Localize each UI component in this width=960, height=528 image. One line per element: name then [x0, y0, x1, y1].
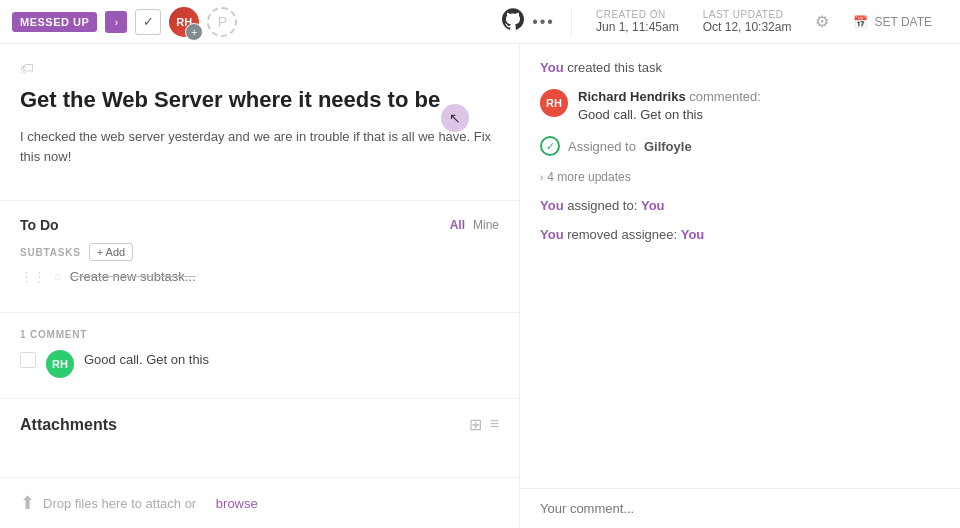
task-title: Get the Web Server where it needs to be [20, 86, 499, 115]
updated-value: Oct 12, 10:32am [703, 20, 792, 34]
settings-icon[interactable]: ⚙ [815, 12, 829, 31]
comment-checkbox[interactable] [20, 352, 36, 368]
drop-zone: ⬆ Drop files here to attach or browse [0, 477, 519, 528]
toolbar: MESSED UP › ✓ RH + P ••• CREATED ON Jun … [0, 0, 960, 44]
comment-avatar: RH [46, 350, 74, 378]
subtasks-label: SUBTASKS [20, 247, 81, 258]
meta-divider [571, 7, 572, 37]
task-header-area: 🏷 Get the Web Server where it needs to b… [0, 44, 519, 192]
left-panel: 🏷 Get the Web Server where it needs to b… [0, 44, 520, 528]
complete-button[interactable]: ✓ [135, 9, 161, 35]
right-comment-action-text: commented: [689, 89, 761, 104]
attachments-title: Attachments [20, 416, 117, 434]
right-comment-body: Richard Hendriks commented: Good call. G… [578, 89, 940, 122]
chevron-icon: › [540, 172, 543, 183]
right-panel: You created this task RH Richard Hendrik… [520, 44, 960, 528]
grid-view-icon[interactable]: ⊞ [469, 415, 482, 434]
subtask-drag-icon: ⋮⋮ [20, 269, 46, 284]
todo-title: To Do [20, 217, 59, 233]
assigned-person-name: Gilfoyle [644, 139, 692, 154]
comment-input-bar [520, 488, 960, 528]
right-comment-name: Richard Hendriks [578, 89, 686, 104]
assigned-row: ✓ Assigned to Gilfoyle [540, 136, 940, 156]
you-created-label: You [540, 60, 564, 75]
todo-section: To Do All Mine SUBTASKS + Add ⋮⋮ ○ [0, 209, 519, 304]
drop-text: Drop files here to attach or [43, 496, 196, 511]
status-chevron-button[interactable]: › [105, 11, 127, 33]
set-date-label: SET DATE [874, 15, 932, 29]
meta-section: CREATED ON Jun 1, 11:45am LAST UPDATED O… [580, 9, 948, 34]
subtask-input[interactable] [70, 269, 499, 284]
created-value: Jun 1, 11:45am [596, 20, 679, 34]
right-comment-avatar: RH [540, 89, 568, 117]
more-options-button[interactable]: ••• [532, 13, 555, 31]
created-label: CREATED ON [596, 9, 679, 20]
more-updates[interactable]: › 4 more updates [540, 170, 940, 184]
status-badge[interactable]: MESSED UP [12, 12, 97, 32]
comment-text: Good call. Get on this [84, 350, 209, 367]
assigned-you-entry: You assigned to: You [540, 198, 940, 213]
section-divider-2 [0, 312, 519, 313]
created-text: created this task [567, 60, 662, 75]
filter-buttons: All Mine [450, 218, 499, 232]
removed-assignee-entry: You removed assignee: You [540, 227, 940, 242]
comment-input[interactable] [540, 501, 940, 516]
attachments-section: Attachments ⊞ ≡ [0, 407, 519, 454]
you-assigned-label: You [540, 198, 564, 213]
assigned-to-text: Assigned to [568, 139, 636, 154]
filter-mine-button[interactable]: Mine [473, 218, 499, 232]
removed-assignee-name: You [681, 227, 705, 242]
tag-icon: 🏷 [20, 60, 34, 76]
cursor-arrow: ↖ [449, 110, 461, 126]
add-subtask-button[interactable]: + Add [89, 243, 133, 261]
task-description: I checked the web server yesterday and w… [20, 127, 499, 169]
more-updates-text: 4 more updates [547, 170, 630, 184]
activity-created: You created this task [540, 60, 940, 75]
right-comment-header: Richard Hendriks commented: [578, 89, 940, 104]
subtask-circle-icon: ○ [54, 269, 62, 284]
github-icon[interactable] [502, 8, 524, 35]
view-icons: ⊞ ≡ [469, 415, 499, 434]
created-on-meta: CREATED ON Jun 1, 11:45am [596, 9, 679, 34]
todo-header: To Do All Mine [20, 217, 499, 233]
right-comment-text: Good call. Get on this [578, 107, 940, 122]
removed-assignee-text: removed assignee: [567, 227, 680, 242]
you-removed-label: You [540, 227, 564, 242]
placeholder-avatar[interactable]: P [207, 7, 237, 37]
add-avatar-button[interactable]: + [185, 23, 203, 41]
comment-item: RH Good call. Get on this [20, 350, 499, 378]
avatar-group: RH + [169, 7, 199, 37]
section-divider [0, 200, 519, 201]
section-divider-3 [0, 398, 519, 399]
comment-count-label: 1 COMMENT [20, 329, 499, 340]
attachments-header: Attachments ⊞ ≡ [20, 415, 499, 434]
subtask-input-row: ⋮⋮ ○ [20, 269, 499, 284]
assigned-you-text: assigned to: [567, 198, 641, 213]
assigned-you-name: You [641, 198, 665, 213]
filter-all-button[interactable]: All [450, 218, 465, 232]
updated-label: LAST UPDATED [703, 9, 792, 20]
upload-icon: ⬆ [20, 492, 35, 514]
cursor-indicator: ↖ [441, 104, 469, 132]
last-updated-meta: LAST UPDATED Oct 12, 10:32am [703, 9, 792, 34]
comment-section: 1 COMMENT RH Good call. Get on this [0, 321, 519, 390]
task-tag-row: 🏷 [20, 60, 499, 76]
set-date-button[interactable]: 📅 SET DATE [853, 15, 932, 29]
browse-link[interactable]: browse [216, 496, 258, 511]
list-view-icon[interactable]: ≡ [490, 415, 499, 434]
right-comment: RH Richard Hendriks commented: Good call… [540, 89, 940, 122]
main-content: 🏷 Get the Web Server where it needs to b… [0, 44, 960, 528]
assigned-check-icon: ✓ [540, 136, 560, 156]
subtasks-row: SUBTASKS + Add [20, 243, 499, 261]
calendar-icon: 📅 [853, 15, 868, 29]
